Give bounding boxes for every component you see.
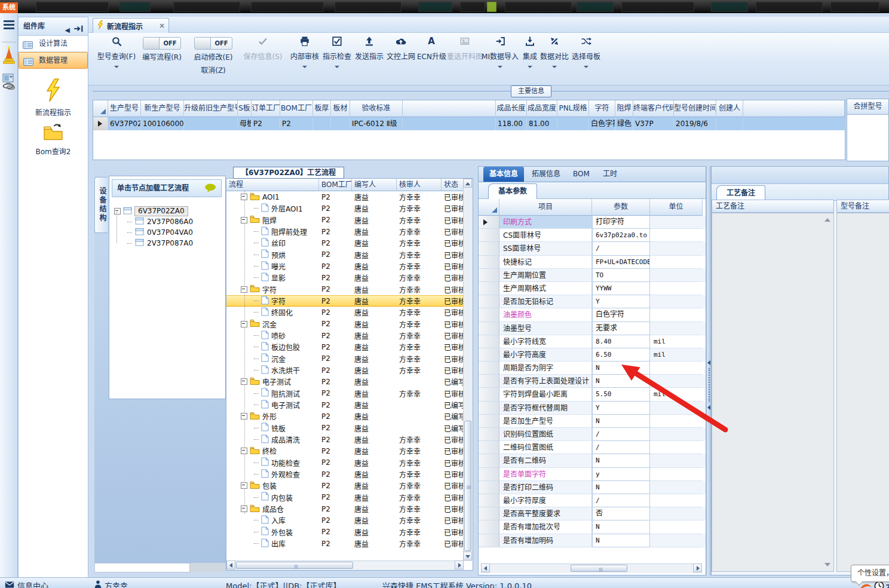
toggle-switch[interactable]: OFF — [194, 37, 232, 50]
param-row[interactable]: 是否加生产型号N — [479, 415, 706, 428]
tab-process-remark[interactable]: 工艺备注 — [716, 185, 765, 201]
toggle-knob[interactable] — [195, 38, 211, 49]
chevron-down-icon[interactable] — [114, 66, 119, 68]
param-row[interactable]: CS面菲林号6v37p02za0.to — [479, 229, 706, 242]
collapse-icon[interactable] — [241, 482, 247, 489]
column-header[interactable] — [403, 100, 496, 117]
model-query-button[interactable]: 型号查询(F) — [97, 34, 136, 82]
tab-new-process-instruction[interactable]: 新流程指示 × — [93, 18, 169, 33]
remark-right-body[interactable] — [836, 213, 889, 572]
param-value-cell[interactable]: 6v37p02za0.to — [592, 229, 650, 242]
column-header[interactable]: 字符 — [589, 100, 615, 117]
process-row[interactable]: 预烘P2唐益方幸幸已审核 — [226, 249, 473, 261]
scroll-up-icon[interactable] — [824, 218, 830, 222]
column-header[interactable]: 新生产型号 — [141, 100, 184, 117]
param-row[interactable]: 快捷标记FP+UL+DATECODE — [479, 256, 706, 269]
process-row[interactable]: AOI1P2唐益方幸幸已审核 — [226, 191, 473, 203]
column-header[interactable]: 状态 — [442, 179, 464, 191]
data-compare-button[interactable]: 数据对比 — [539, 34, 570, 82]
device-tree-node[interactable]: 0V37P04VA0 — [127, 228, 193, 237]
param-value-cell[interactable]: N — [592, 534, 650, 547]
param-row[interactable]: 油墨颜色白色字符 — [479, 308, 706, 321]
param-row[interactable]: 是否字符框代替周期Y — [479, 402, 706, 415]
process-row[interactable]: 外观检查P2唐益方幸幸已审核 — [226, 468, 473, 480]
column-header[interactable]: 核审人 — [397, 179, 442, 191]
tab-basic-info[interactable]: 基本信息 — [483, 167, 524, 182]
process-row[interactable]: 成品清洗P2唐益方幸幸已审核 — [226, 434, 473, 445]
column-header[interactable]: 订单工厂 — [252, 100, 280, 117]
chevron-down-icon[interactable] — [584, 66, 588, 68]
scroll-right-button[interactable] — [693, 564, 702, 572]
column-header[interactable]: 参数 — [592, 199, 650, 216]
param-row[interactable]: 生产周期格式YYWW — [479, 282, 706, 295]
doc-control-upload-button[interactable]: 文控上网 — [385, 34, 416, 82]
column-header[interactable]: 生产型号 — [108, 100, 141, 117]
param-value-cell[interactable]: N — [592, 375, 650, 388]
process-row[interactable]: 阻焊P2唐益方幸幸已审核 — [226, 215, 473, 226]
info-center-item[interactable]: 信息中心 — [5, 580, 48, 588]
collapse-left-icon[interactable] — [707, 360, 710, 365]
param-value-cell[interactable]: N — [592, 481, 650, 494]
collapse-icon[interactable] — [241, 448, 247, 454]
internal-audit-button[interactable]: 内部审核 — [288, 34, 321, 82]
process-row[interactable]: 终检P2唐益方幸幸已审核 — [226, 445, 473, 457]
process-row[interactable]: 板边包胶P2唐益方幸幸已审核 — [226, 341, 473, 353]
param-row[interactable]: 周期是否为阴字N — [479, 362, 706, 375]
splitter-grip[interactable] — [709, 368, 710, 402]
close-icon[interactable]: × — [159, 22, 165, 29]
param-row[interactable]: 识别码位置图纸/ — [479, 428, 706, 441]
chevron-down-icon[interactable] — [552, 66, 557, 68]
column-header[interactable]: 验收标准 — [350, 100, 403, 117]
merge-model-header[interactable]: 合拼型号 — [847, 99, 888, 115]
process-row[interactable]: 曝光P2唐益方幸幸已审核 — [226, 261, 473, 272]
scroll-down-icon[interactable] — [824, 563, 830, 566]
param-row[interactable]: 是否有增加批次号N — [479, 520, 706, 534]
process-row[interactable]: 电子测试P2唐益已编写 — [226, 376, 473, 387]
chevron-down-icon[interactable] — [498, 66, 502, 68]
tab-bom[interactable]: BOM — [568, 167, 594, 182]
tab-extended-info[interactable]: 拓展信息 — [526, 167, 566, 182]
process-row[interactable]: 字符P2唐益方幸幸已审核 — [226, 295, 473, 307]
sidebar-item-data-management[interactable]: 数据管理 — [19, 52, 88, 69]
integrate-button[interactable]: 集成 — [520, 34, 540, 82]
collapse-left-icon[interactable] — [707, 405, 710, 410]
tab-work-hours[interactable]: 工时 — [597, 167, 623, 182]
column-header[interactable]: BOM工厂 — [319, 179, 352, 191]
instruction-check-button[interactable]: 指示检查 — [321, 34, 352, 82]
scrollbar-thumb[interactable] — [464, 421, 471, 551]
process-row[interactable]: 成品仓P2唐益方幸幸已审核 — [226, 503, 473, 514]
param-value-cell[interactable]: / — [592, 494, 650, 507]
param-value-cell[interactable]: N — [592, 362, 650, 375]
scroll-left-button[interactable] — [481, 564, 490, 572]
process-flow-title-tab[interactable]: 【6V37P02ZA0】工艺流程 — [233, 167, 344, 179]
process-row[interactable]: 沉金P2唐益方幸幸已审核 — [226, 353, 473, 365]
select-motherboard-button[interactable]: 选择母板 — [570, 34, 602, 82]
param-value-cell[interactable]: / — [592, 428, 650, 441]
param-row[interactable]: 二维码位置图纸/ — [479, 441, 706, 454]
process-row[interactable]: 喷砂P2唐益方幸幸已审核 — [226, 330, 473, 341]
grid-corner-cell[interactable] — [93, 100, 108, 117]
grid-corner-cell[interactable] — [479, 199, 499, 216]
chevron-down-icon[interactable] — [302, 66, 307, 68]
scrollbar-thumb[interactable] — [571, 565, 627, 572]
param-row[interactable]: 是否加无铅标记Y — [479, 295, 706, 308]
process-row[interactable]: 水洗烘干P2唐益方幸幸已审核 — [226, 365, 473, 376]
beacon-icon[interactable] — [2, 46, 16, 65]
param-row[interactable]: 是否高平整度要求否 — [479, 507, 706, 520]
param-value-cell[interactable]: 5.50 — [592, 388, 650, 401]
process-row[interactable]: 电子测试P2唐益已编写 — [226, 399, 473, 411]
param-value-cell[interactable]: N — [592, 454, 650, 467]
remark-left-header[interactable]: 工艺备注 — [712, 200, 834, 213]
scroll-right-button[interactable] — [455, 561, 464, 569]
param-value-cell[interactable]: Y — [592, 402, 650, 415]
param-row[interactable]: 是否有字符上表面处理设计N — [479, 375, 706, 388]
param-value-cell[interactable]: N — [592, 415, 650, 428]
process-row[interactable]: 包装P2唐益方幸幸已审核 — [226, 480, 473, 491]
toggle-knob[interactable] — [143, 38, 160, 49]
param-horizontal-scrollbar[interactable] — [481, 564, 702, 573]
param-value-cell[interactable]: 打印字符 — [592, 216, 650, 229]
device-tree-root[interactable]: 6V37P02ZA0 — [114, 206, 188, 217]
device-tree-node[interactable]: 2V37P087A0 — [127, 238, 193, 248]
process-row[interactable]: 丝印P2唐益方幸幸已审核 — [226, 237, 473, 249]
process-row[interactable]: 外形P2唐益已编写 — [226, 411, 473, 422]
